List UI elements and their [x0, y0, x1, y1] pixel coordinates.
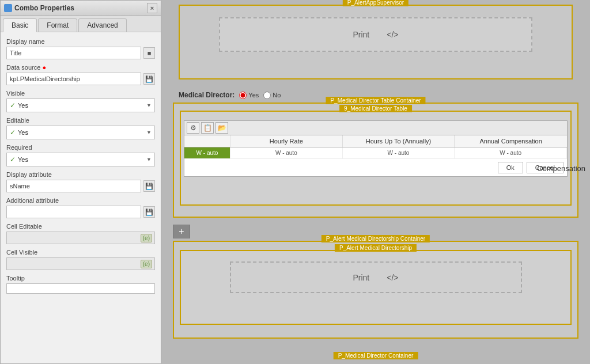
additional-attr-input[interactable] [6, 206, 141, 218]
top-container: P_AlertAppSupervisor Print </> [179, 5, 573, 79]
cell-visible-label: Cell Visible [6, 249, 155, 256]
visible-select[interactable]: ✓ Yes ▼ [6, 98, 155, 112]
th-empty [184, 135, 230, 147]
very-bottom-container-label: P_Medical Director Container [334, 352, 418, 359]
tab-format[interactable]: Format [38, 18, 77, 32]
data-table: ⚙ 📋 📂 Hourly Rate Hours Up To (Annually)… [184, 120, 568, 177]
display-name-icon-btn[interactable]: ■ [143, 47, 155, 59]
bottom-outer-container: P_Alert Medical Directorship Container P… [173, 241, 578, 339]
cell-editable-field: (e) [6, 232, 155, 244]
print-area-bottom: Print </> [230, 261, 522, 293]
required-select[interactable]: ✓ Yes ▼ [6, 153, 155, 166]
print-area-top: Print </> [219, 17, 532, 52]
editable-group: Editable ✓ Yes ▼ [6, 117, 155, 139]
th-annual-compensation: Annual Compensation [455, 135, 567, 147]
compensation-label: Compensation [537, 164, 585, 173]
cell-editable-row: (e) [6, 232, 155, 244]
data-source-row: 💾 [6, 73, 155, 85]
visible-label: Visible [6, 90, 155, 97]
table-row: W - auto W - auto W - auto W - auto [184, 147, 567, 158]
panel-icon [4, 4, 12, 12]
editable-label: Editable [6, 117, 155, 124]
display-name-input[interactable] [6, 47, 141, 59]
top-container-label: P_AlertAppSupervisor [343, 0, 409, 6]
td-annual-auto: W - auto [455, 147, 567, 158]
editable-arrow-icon: ▼ [146, 130, 152, 135]
additional-attr-icon-btn[interactable]: 💾 [143, 206, 155, 218]
tabs-row: Basic Format Advanced [1, 16, 161, 32]
print-text-bottom: Print [353, 273, 369, 282]
combo-properties-panel: Combo Properties × Basic Format Advanced… [0, 0, 161, 364]
required-value: Yes [18, 156, 28, 163]
required-asterisk: ● [42, 64, 46, 71]
td-hours-auto: W - auto [343, 147, 455, 158]
additional-attr-label: Additional attribute [6, 197, 155, 204]
mid-container-label: P_Medical Director Table Container [326, 97, 425, 104]
bot-container-label: P_Alert Medical Directorship Container [322, 235, 430, 242]
display-name-group: Display name ■ [6, 38, 155, 59]
bot-inner-label: P_Alert Medical Directorship [335, 244, 417, 252]
additional-attr-group: Additional attribute 💾 [6, 197, 155, 218]
display-attr-input[interactable] [6, 180, 141, 192]
display-name-row: ■ [6, 47, 155, 59]
canvas-area: P_AlertAppSupervisor Print </> Medical D… [161, 0, 590, 364]
required-label: Required [6, 144, 155, 151]
table-headers: Hourly Rate Hours Up To (Annually) Annua… [184, 135, 567, 147]
th-hours-up-to: Hours Up To (Annually) [343, 135, 455, 147]
display-name-label: Display name [6, 38, 155, 45]
editable-check-icon: ✓ [10, 128, 16, 136]
ok-button[interactable]: Ok [498, 162, 523, 173]
visible-arrow-icon: ▼ [146, 103, 152, 108]
data-source-icon-btn[interactable]: 💾 [143, 73, 155, 85]
inner-table-container: 9_Medical Director Table ⚙ 📋 📂 Hourly Ra… [180, 111, 572, 206]
display-attr-row: 💾 [6, 180, 155, 192]
code-icon-bottom: </> [387, 273, 398, 282]
close-button[interactable]: × [147, 3, 157, 13]
display-attr-icon-btn[interactable]: 💾 [143, 180, 155, 192]
cell-visible-expr-icon[interactable]: (e) [141, 260, 152, 268]
radio-yes-input[interactable] [239, 92, 247, 99]
add-row-button[interactable]: + [173, 225, 190, 238]
print-text-top: Print [353, 30, 369, 39]
visible-value: Yes [18, 102, 28, 109]
visible-check-icon: ✓ [10, 101, 16, 109]
tooltip-label: Tooltip [6, 275, 155, 282]
td-hourly-auto: W - auto [230, 147, 343, 158]
visible-group: Visible ✓ Yes ▼ [6, 90, 155, 112]
panel-titlebar: Combo Properties × [1, 1, 161, 16]
toolbar-copy-btn[interactable]: 📋 [201, 122, 214, 134]
data-source-group: Data source ● 💾 [6, 64, 155, 85]
cell-editable-expr-icon[interactable]: (e) [141, 234, 152, 242]
editable-value: Yes [18, 129, 28, 136]
inner-table-label: 9_Medical Director Table [339, 105, 412, 112]
tab-basic[interactable]: Basic [3, 18, 37, 32]
toolbar-settings-btn[interactable]: ⚙ [187, 122, 199, 134]
additional-attr-row: 💾 [6, 206, 155, 218]
required-arrow-icon: ▼ [146, 157, 152, 162]
toolbar-folder-btn[interactable]: 📂 [215, 122, 228, 134]
cell-visible-row: (e) [6, 257, 155, 270]
th-hourly-rate: Hourly Rate [230, 135, 343, 147]
tab-advanced[interactable]: Advanced [78, 18, 126, 32]
table-toolbar: ⚙ 📋 📂 [184, 121, 567, 135]
panel-title: Combo Properties [14, 4, 74, 12]
editable-select[interactable]: ✓ Yes ▼ [6, 126, 155, 139]
display-attr-label: Display attribute [6, 171, 155, 178]
mid-container: P_Medical Director Table Container 9_Med… [173, 103, 578, 218]
cell-editable-group: Cell Editable (e) [6, 223, 155, 244]
data-source-input[interactable] [6, 73, 141, 85]
required-group: Required ✓ Yes ▼ [6, 144, 155, 166]
radio-group: Yes No [239, 92, 281, 99]
plus-btn-area: + [173, 225, 190, 238]
medical-director-label: Medical Director: [179, 91, 235, 99]
radio-no-label: No [273, 92, 281, 98]
data-source-label: Data source ● [6, 64, 155, 71]
radio-no-item: No [263, 92, 281, 99]
tooltip-input[interactable] [6, 283, 155, 294]
radio-no-input[interactable] [263, 92, 271, 99]
required-check-icon: ✓ [10, 156, 16, 164]
table-actions: Ok Cancel [184, 158, 567, 176]
td-first-cell: W - auto [184, 147, 230, 158]
radio-yes-item: Yes [239, 92, 259, 99]
cell-visible-group: Cell Visible (e) [6, 249, 155, 270]
